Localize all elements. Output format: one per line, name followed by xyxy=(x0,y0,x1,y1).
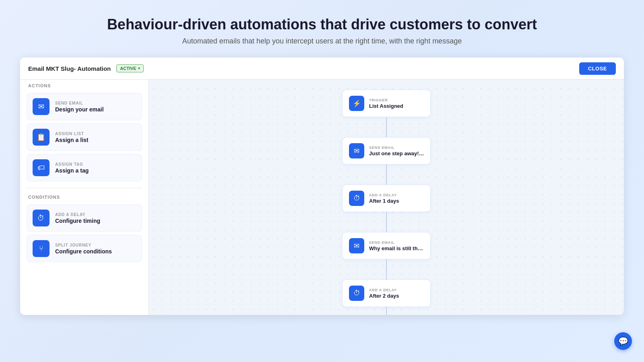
split-icon: ⑂ xyxy=(33,240,50,257)
split-journey-label: SPLIT JOURNEY xyxy=(55,243,112,247)
status-badge[interactable]: ACTIVE ▾ xyxy=(116,64,143,72)
sidebar-item-add-delay[interactable]: ⏱ ADD A DELAY Configure timing xyxy=(27,204,142,232)
tag-icon: 🏷 xyxy=(33,159,50,176)
connector-2 xyxy=(386,165,387,185)
trigger-value: List Assigned xyxy=(369,103,403,109)
automation-header: Email MKT Slug- Automation ACTIVE ▾ CLOS… xyxy=(20,58,624,80)
send-email-2-value: Why email is still the best wa... xyxy=(369,245,425,251)
send-email-1-type-label: SEND EMAIL xyxy=(369,146,425,150)
assign-tag-label: ASSIGN TAG xyxy=(55,162,89,167)
delay-1-value: After 1 days xyxy=(369,198,399,204)
send-email-2-icon: ✉ xyxy=(349,238,364,253)
actions-section-label: ACTIONS xyxy=(27,83,142,88)
delay-2-icon: ⏱ xyxy=(349,286,364,301)
send-email-name: Design your email xyxy=(55,106,104,113)
clock-icon: ⏱ xyxy=(33,210,50,226)
send-email-label: SEND EMAIL xyxy=(55,101,104,105)
connector-5 xyxy=(386,307,387,315)
sidebar-item-assign-tag[interactable]: 🏷 ASSIGN TAG Assign a tag xyxy=(27,154,142,181)
send-email-2-type-label: SEND EMAIL xyxy=(369,241,425,245)
sidebar-item-assign-list[interactable]: 📋 ASSIGN LIST Assign a list xyxy=(27,123,142,151)
node-send-email-1[interactable]: ✉ SEND EMAIL Just one step away! 🚀 xyxy=(342,137,431,165)
add-delay-name: Configure timing xyxy=(55,218,100,224)
add-delay-label: ADD A DELAY xyxy=(55,212,100,217)
assign-tag-name: Assign a tag xyxy=(55,167,89,174)
sidebar-divider xyxy=(27,188,142,188)
flow-canvas: ⚡ TRIGGER List Assigned ✉ SEND EMAIL Jus… xyxy=(149,58,624,315)
conditions-section-label: CONDITIONS xyxy=(27,195,142,200)
sidebar: ACTIONS ✉ SEND EMAIL Design your email 📋… xyxy=(20,58,149,315)
email-icon: ✉ xyxy=(33,98,50,115)
chat-bubble-button[interactable]: 💬 xyxy=(614,332,632,350)
close-button[interactable]: CLOSE xyxy=(579,62,616,75)
assign-list-name: Assign a list xyxy=(55,137,88,143)
delay-1-type-label: ADD A DELAY xyxy=(369,193,399,197)
node-trigger[interactable]: ⚡ TRIGGER List Assigned xyxy=(342,90,431,117)
split-journey-name: Configure conditions xyxy=(55,248,112,255)
delay-2-value: After 2 days xyxy=(369,293,399,299)
trigger-type-label: TRIGGER xyxy=(369,98,403,102)
connector-4 xyxy=(386,259,387,280)
list-icon: 📋 xyxy=(33,129,50,146)
connector-3 xyxy=(386,212,387,232)
page-title: Behaviour-driven automations that drive … xyxy=(8,16,636,33)
node-send-email-2[interactable]: ✉ SEND EMAIL Why email is still the best… xyxy=(342,232,431,259)
flow-container: ⚡ TRIGGER List Assigned ✉ SEND EMAIL Jus… xyxy=(342,82,431,315)
page-subtitle: Automated emails that help you intercept… xyxy=(8,37,636,45)
connector-1 xyxy=(386,117,387,137)
assign-list-label: ASSIGN LIST xyxy=(55,132,88,136)
trigger-icon: ⚡ xyxy=(349,96,364,111)
send-email-1-value: Just one step away! 🚀 xyxy=(369,150,425,156)
chevron-down-icon: ▾ xyxy=(138,66,140,70)
sidebar-item-split-journey[interactable]: ⑂ SPLIT JOURNEY Configure conditions xyxy=(27,235,142,262)
automation-wrapper: Email MKT Slug- Automation ACTIVE ▾ CLOS… xyxy=(20,58,624,315)
delay-2-type-label: ADD A DELAY xyxy=(369,288,399,292)
node-delay-2[interactable]: ⏱ ADD A DELAY After 2 days xyxy=(342,280,431,307)
sidebar-item-send-email[interactable]: ✉ SEND EMAIL Design your email xyxy=(27,93,142,120)
node-delay-1[interactable]: ⏱ ADD A DELAY After 1 days xyxy=(342,185,431,212)
automation-title: Email MKT Slug- Automation xyxy=(28,65,111,72)
delay-1-icon: ⏱ xyxy=(349,191,364,206)
send-email-1-icon: ✉ xyxy=(349,143,364,158)
automation-container: Email MKT Slug- Automation ACTIVE ▾ CLOS… xyxy=(20,58,624,315)
